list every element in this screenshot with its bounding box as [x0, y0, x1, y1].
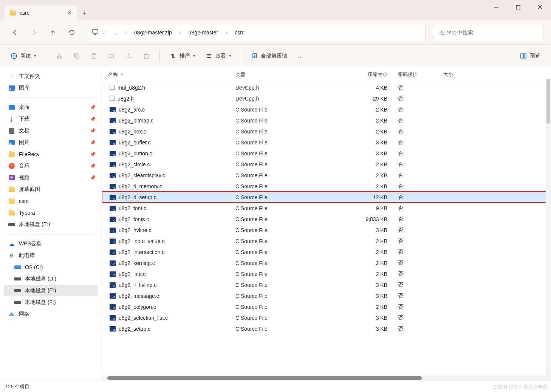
scroll-thumb[interactable]	[107, 376, 422, 380]
forward-button[interactable]	[26, 25, 42, 40]
column-name[interactable]: 名称▲	[102, 70, 232, 79]
vertical-scrollbar[interactable]	[546, 79, 551, 381]
table-row[interactable]: u8g2_d_setup.cC Source File12 KB否	[102, 192, 551, 203]
minimize-button[interactable]	[485, 0, 507, 14]
file-name: u8g2_box.c	[119, 129, 146, 135]
table-row[interactable]: u8g2_input_value.cC Source File2 KB否	[102, 236, 551, 246]
table-row[interactable]: u8g2_setup.cC Source File3 KB否	[102, 323, 551, 334]
column-headers: 名称▲ 类型 压缩大小 密码保护 大小	[102, 67, 551, 82]
drive-icon	[14, 265, 21, 269]
sidebar-item-drive[interactable]: 本地磁盘 (F:)	[4, 297, 98, 308]
maximize-button[interactable]	[507, 0, 529, 14]
file-name: u8g2_line.c	[119, 271, 146, 277]
table-row[interactable]: u8g2_ll_hvline.cC Source File3 KB否	[102, 279, 551, 290]
sidebar-item-quick[interactable]: 桌面📌	[4, 102, 98, 113]
chevron-right-icon[interactable]: ›	[177, 30, 183, 35]
sidebar-item-quick[interactable]: csrc	[4, 195, 98, 207]
sidebar-item-quick[interactable]: ⭳下载📌	[4, 113, 98, 125]
back-button[interactable]	[8, 25, 23, 40]
table-row[interactable]: u8g2_hvline.cC Source File3 KB否	[102, 225, 551, 236]
crumb-master[interactable]: u8g2-master	[186, 28, 221, 37]
copy-icon	[73, 53, 80, 59]
table-row[interactable]: u8g2_box.cC Source File2 KB否	[102, 126, 551, 137]
file-compressed-size: 12 KB	[323, 194, 395, 200]
extract-all-button[interactable]: 全部解压缩	[246, 49, 292, 63]
column-compressed-size[interactable]: 压缩大小	[323, 70, 395, 79]
close-icon[interactable]: ✕	[67, 10, 72, 16]
chevron-right-icon[interactable]: ›	[223, 30, 229, 35]
ellipsis-icon[interactable]: …	[109, 28, 121, 37]
crumb-zip[interactable]: u8g2-master.zip	[131, 28, 175, 37]
new-tab-button[interactable]: ＋	[77, 5, 92, 20]
table-row[interactable]: u8g2_intersection.cC Source File2 KB否	[102, 246, 551, 257]
new-button[interactable]: 新建 ▾	[6, 49, 40, 63]
sidebar-item-quick[interactable]: 图片📌	[4, 137, 98, 148]
horizontal-scrollbar[interactable]	[102, 375, 551, 381]
table-row[interactable]: u8g2.hDevCpp.h29 KB否	[102, 93, 551, 104]
table-row[interactable]: u8g2_selection_list.cC Source File3 KB否	[102, 312, 551, 323]
preview-button[interactable]: 预览	[515, 49, 545, 63]
column-size[interactable]: 大小	[440, 70, 551, 79]
sidebar-item-home[interactable]: ⌂ 主文件夹	[4, 71, 98, 82]
sidebar-item-quick[interactable]: 文档📌	[4, 125, 98, 136]
sidebar-item-quick[interactable]: FileRecv📌	[4, 149, 98, 160]
sidebar-item-quick[interactable]: Typora	[4, 207, 98, 218]
paste-button[interactable]	[86, 49, 102, 63]
sidebar-item-thispc[interactable]: 🖥 此电脑	[4, 250, 98, 261]
network-icon: 🖧	[8, 311, 15, 318]
preview-label: 预览	[530, 53, 540, 59]
scroll-thumb[interactable]	[546, 79, 550, 124]
sidebar-item-network[interactable]: 🖧 网络	[4, 308, 98, 320]
column-password[interactable]: 密码保护	[395, 70, 440, 79]
table-row[interactable]: u8g2_buffer.cC Source File3 KB否	[102, 137, 551, 148]
tab-csrc[interactable]: csrc ✕	[5, 5, 77, 20]
table-row[interactable]: u8g2_arc.cC Source File2 KB否	[102, 104, 551, 115]
search-input[interactable]	[434, 25, 543, 40]
file-compressed-size: 2 KB	[323, 238, 395, 244]
table-row[interactable]: u8g2_d_memory.cC Source File2 KB否	[102, 181, 551, 192]
chevron-right-icon[interactable]: ›	[123, 30, 129, 35]
crumb-csrc[interactable]: csrc	[232, 28, 248, 37]
table-row[interactable]: u8g2_font.cC Source File9 KB否	[102, 203, 551, 214]
table-row[interactable]: u8g2_kerning.cC Source File2 KB否	[102, 257, 551, 268]
sidebar-item-quick[interactable]: 音乐📌	[4, 160, 98, 172]
sidebar-item-drive[interactable]: 本地磁盘 (E:)	[4, 285, 98, 296]
table-row[interactable]: u8g2_polygon.cC Source File2 KB否	[102, 301, 551, 312]
rename-button[interactable]	[104, 49, 119, 63]
column-type[interactable]: 类型	[232, 70, 323, 79]
table-row[interactable]: u8g2_button.cC Source File3 KB否	[102, 148, 551, 159]
chevron-right-icon[interactable]: ›	[101, 30, 107, 35]
table-row[interactable]: u8g2_message.cC Source File3 KB否	[102, 290, 551, 301]
refresh-button[interactable]	[64, 25, 79, 40]
table-row[interactable]: u8g2_cleardisplay.cC Source File2 KB否	[102, 170, 551, 181]
more-button[interactable]: …	[293, 49, 308, 63]
statusbar: 126 个项目	[0, 381, 551, 392]
view-button[interactable]: 查看 ▾	[201, 49, 235, 63]
file-password: 否	[395, 95, 440, 102]
search-field[interactable]	[440, 29, 538, 36]
table-row[interactable]: mui_u8g2.hDevCpp.h4 KB否	[102, 82, 551, 93]
sidebar-item-quick[interactable]: 本地磁盘 (E:)	[4, 219, 98, 230]
share-button[interactable]	[121, 49, 137, 63]
up-button[interactable]	[45, 25, 60, 40]
file-compressed-size: 2 KB	[323, 107, 395, 113]
breadcrumb[interactable]: › … › u8g2-master.zip › u8g2-master › cs…	[88, 25, 426, 40]
main: ⌂ 主文件夹 图库 桌面📌⭳下载📌文档📌图片📌FileRecv📌音乐📌视频📌屏幕…	[0, 67, 551, 381]
sidebar-item-drive[interactable]: 本地磁盘 (D:)	[4, 273, 98, 285]
table-row[interactable]: u8g2_bitmap.cC Source File2 KB否	[102, 115, 551, 126]
copy-button[interactable]	[69, 49, 85, 63]
sort-button[interactable]: 排序 ▾	[165, 49, 200, 63]
sidebar-item-label: 视频	[19, 174, 29, 181]
sidebar-item-drive[interactable]: OS (C:)	[4, 262, 98, 273]
cut-button[interactable]	[51, 49, 67, 63]
delete-button[interactable]	[138, 49, 154, 63]
close-button[interactable]	[529, 0, 551, 14]
sidebar-item-quick[interactable]: 视频📌	[4, 172, 98, 183]
table-row[interactable]: u8g2_fonts.cC Source File9,833 KB否	[102, 214, 551, 225]
sidebar-item-wps[interactable]: ☁ WPS云盘	[4, 238, 98, 249]
table-row[interactable]: u8g2_circle.cC Source File2 KB否	[102, 159, 551, 170]
sidebar-item-gallery[interactable]: 图库	[4, 82, 98, 94]
sidebar-item-quick[interactable]: 屏幕截图	[4, 184, 98, 195]
file-list[interactable]: mui_u8g2.hDevCpp.h4 KB否u8g2.hDevCpp.h29 …	[102, 82, 551, 375]
table-row[interactable]: u8g2_line.cC Source File2 KB否	[102, 268, 551, 279]
